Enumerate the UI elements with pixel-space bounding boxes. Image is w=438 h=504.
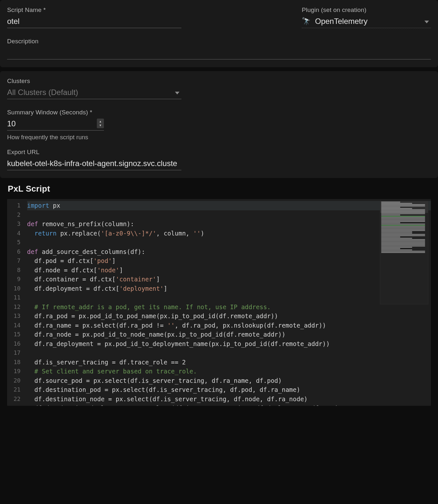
panel-editor: PxL Script 12345678910111213141516171819… [0, 184, 438, 415]
panel-settings: Clusters All Clusters (Default) Summary … [0, 71, 438, 178]
description-input[interactable] [7, 47, 431, 59]
minimap-viewport[interactable] [380, 201, 428, 213]
summary-window-hint: How frequently the script runs [7, 134, 431, 141]
plugin-value: OpenTelemetry [315, 17, 368, 26]
clusters-label: Clusters [7, 78, 181, 85]
number-stepper[interactable]: ▲ ▼ [97, 119, 104, 128]
code-content[interactable]: import px def remove_ns_prefix(column): … [25, 199, 431, 406]
export-url-field: Export URL [7, 149, 181, 170]
summary-window-input[interactable] [7, 118, 104, 131]
step-up-icon: ▲ [99, 120, 102, 123]
code-editor[interactable]: 1234567891011121314151617181920212223 im… [7, 199, 431, 406]
clusters-select[interactable]: All Clusters (Default) [7, 87, 181, 99]
plugin-label: Plugin (set on creation) [302, 6, 431, 14]
step-down-icon: ▼ [99, 124, 102, 127]
clusters-value: All Clusters (Default) [7, 88, 78, 97]
telescope-icon: 🔭 [302, 17, 311, 26]
summary-window-field: Summary Window (Seconds) * ▲ ▼ How frequ… [7, 109, 431, 141]
export-url-input[interactable] [7, 158, 181, 170]
description-field: Description [7, 38, 431, 59]
description-label: Description [7, 38, 431, 45]
panel-basic: Script Name * Plugin (set on creation) 🔭… [0, 0, 438, 67]
editor-title: PxL Script [8, 184, 431, 194]
script-name-input[interactable] [7, 16, 181, 28]
script-name-field: Script Name * [7, 6, 181, 28]
line-gutter: 1234567891011121314151617181920212223 [7, 199, 25, 406]
minimap[interactable] [380, 201, 428, 304]
export-url-label: Export URL [7, 149, 181, 156]
script-name-label: Script Name * [7, 6, 181, 14]
plugin-select[interactable]: 🔭 OpenTelemetry [302, 16, 431, 28]
clusters-field: Clusters All Clusters (Default) [7, 78, 181, 99]
plugin-field: Plugin (set on creation) 🔭 OpenTelemetry [302, 6, 431, 28]
summary-window-label: Summary Window (Seconds) * [7, 109, 431, 116]
